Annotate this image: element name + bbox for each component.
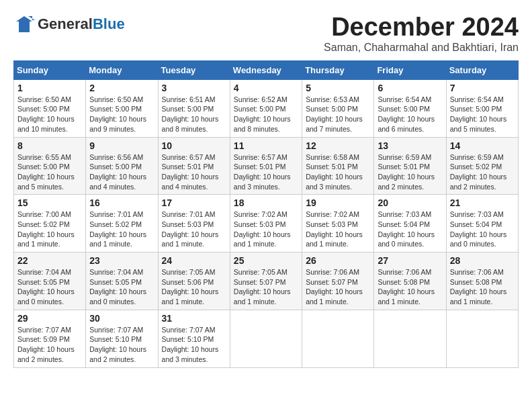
- calendar-cell: 9Sunrise: 6:56 AM Sunset: 5:00 PM Daylig…: [86, 137, 158, 195]
- day-number: 18: [234, 197, 298, 208]
- calendar-cell: 28Sunrise: 7:06 AM Sunset: 5:08 PM Dayli…: [446, 253, 518, 310]
- weekday-header-friday: Friday: [374, 60, 446, 79]
- calendar-cell: 13Sunrise: 6:59 AM Sunset: 5:01 PM Dayli…: [374, 137, 446, 195]
- calendar-cell: 10Sunrise: 6:57 AM Sunset: 5:01 PM Dayli…: [158, 137, 230, 195]
- day-info: Sunrise: 7:00 AM Sunset: 5:02 PM Dayligh…: [17, 210, 82, 249]
- calendar-week-2: 8Sunrise: 6:55 AM Sunset: 5:00 PM Daylig…: [14, 137, 519, 195]
- day-info: Sunrise: 7:02 AM Sunset: 5:03 PM Dayligh…: [234, 210, 298, 249]
- day-info: Sunrise: 6:52 AM Sunset: 5:00 PM Dayligh…: [234, 95, 298, 134]
- logo-text: GeneralBlue: [38, 15, 125, 32]
- weekday-header-monday: Monday: [86, 60, 158, 79]
- day-number: 25: [234, 255, 298, 266]
- day-info: Sunrise: 6:57 AM Sunset: 5:01 PM Dayligh…: [162, 152, 226, 192]
- day-info: Sunrise: 6:55 AM Sunset: 5:00 PM Dayligh…: [17, 152, 82, 192]
- logo: GeneralBlue: [13, 13, 125, 35]
- day-info: Sunrise: 6:53 AM Sunset: 5:00 PM Dayligh…: [306, 95, 370, 134]
- day-info: Sunrise: 6:59 AM Sunset: 5:01 PM Dayligh…: [378, 152, 442, 192]
- calendar-cell: [230, 310, 302, 367]
- day-info: Sunrise: 6:50 AM Sunset: 5:00 PM Dayligh…: [17, 95, 82, 134]
- day-number: 26: [306, 255, 370, 266]
- weekday-header-wednesday: Wednesday: [230, 60, 302, 79]
- day-number: 22: [17, 255, 82, 266]
- svg-marker-0: [16, 16, 32, 32]
- day-number: 5: [306, 83, 370, 93]
- calendar-cell: 4Sunrise: 6:52 AM Sunset: 5:00 PM Daylig…: [230, 79, 302, 137]
- day-info: Sunrise: 6:50 AM Sunset: 5:00 PM Dayligh…: [89, 95, 154, 134]
- calendar-cell: 27Sunrise: 7:06 AM Sunset: 5:08 PM Dayli…: [374, 253, 446, 310]
- day-number: 3: [162, 83, 226, 93]
- day-number: 11: [234, 140, 298, 151]
- day-info: Sunrise: 7:01 AM Sunset: 5:03 PM Dayligh…: [162, 210, 226, 249]
- day-info: Sunrise: 7:01 AM Sunset: 5:02 PM Dayligh…: [89, 210, 154, 249]
- calendar-cell: 16Sunrise: 7:01 AM Sunset: 5:02 PM Dayli…: [86, 195, 158, 253]
- day-number: 31: [162, 313, 226, 324]
- calendar-week-3: 15Sunrise: 7:00 AM Sunset: 5:02 PM Dayli…: [14, 195, 519, 253]
- day-info: Sunrise: 7:07 AM Sunset: 5:10 PM Dayligh…: [162, 325, 226, 365]
- day-number: 27: [378, 255, 442, 266]
- day-number: 14: [450, 140, 515, 151]
- calendar-table: SundayMondayTuesdayWednesdayThursdayFrid…: [13, 60, 519, 368]
- calendar-cell: 26Sunrise: 7:06 AM Sunset: 5:07 PM Dayli…: [302, 253, 374, 310]
- day-info: Sunrise: 7:07 AM Sunset: 5:10 PM Dayligh…: [89, 325, 154, 365]
- day-number: 6: [378, 83, 442, 93]
- calendar-cell: 30Sunrise: 7:07 AM Sunset: 5:10 PM Dayli…: [86, 310, 158, 367]
- calendar-cell: 31Sunrise: 7:07 AM Sunset: 5:10 PM Dayli…: [158, 310, 230, 367]
- calendar-cell: 18Sunrise: 7:02 AM Sunset: 5:03 PM Dayli…: [230, 195, 302, 253]
- calendar-cell: 5Sunrise: 6:53 AM Sunset: 5:00 PM Daylig…: [302, 79, 374, 137]
- day-number: 28: [450, 255, 515, 266]
- day-number: 21: [450, 197, 515, 208]
- calendar-cell: 14Sunrise: 6:59 AM Sunset: 5:02 PM Dayli…: [446, 137, 518, 195]
- calendar-cell: 20Sunrise: 7:03 AM Sunset: 5:04 PM Dayli…: [374, 195, 446, 253]
- day-number: 30: [89, 313, 154, 324]
- calendar-cell: 15Sunrise: 7:00 AM Sunset: 5:02 PM Dayli…: [14, 195, 86, 253]
- month-title: December 2024: [324, 13, 519, 42]
- calendar-week-4: 22Sunrise: 7:04 AM Sunset: 5:05 PM Dayli…: [14, 253, 519, 310]
- calendar-cell: [446, 310, 518, 367]
- day-number: 24: [162, 255, 226, 266]
- day-number: 23: [89, 255, 154, 266]
- day-number: 17: [162, 197, 226, 208]
- day-info: Sunrise: 7:07 AM Sunset: 5:09 PM Dayligh…: [17, 325, 82, 365]
- calendar-cell: 6Sunrise: 6:54 AM Sunset: 5:00 PM Daylig…: [374, 79, 446, 137]
- day-info: Sunrise: 7:06 AM Sunset: 5:07 PM Dayligh…: [306, 267, 370, 307]
- day-number: 16: [89, 197, 154, 208]
- day-info: Sunrise: 6:57 AM Sunset: 5:01 PM Dayligh…: [234, 152, 298, 192]
- location-subtitle: Saman, Chaharmahal and Bakhtiari, Iran: [324, 42, 519, 54]
- title-area: December 2024 Saman, Chaharmahal and Bak…: [324, 13, 519, 54]
- weekday-header-saturday: Saturday: [446, 60, 518, 79]
- day-info: Sunrise: 7:04 AM Sunset: 5:05 PM Dayligh…: [89, 267, 154, 307]
- calendar-cell: 7Sunrise: 6:54 AM Sunset: 5:00 PM Daylig…: [446, 79, 518, 137]
- header: GeneralBlue December 2024 Saman, Chaharm…: [13, 13, 519, 54]
- calendar-cell: 2Sunrise: 6:50 AM Sunset: 5:00 PM Daylig…: [86, 79, 158, 137]
- weekday-header-sunday: Sunday: [14, 60, 86, 79]
- day-number: 9: [89, 140, 154, 151]
- calendar-cell: 3Sunrise: 6:51 AM Sunset: 5:00 PM Daylig…: [158, 79, 230, 137]
- calendar-cell: 25Sunrise: 7:05 AM Sunset: 5:07 PM Dayli…: [230, 253, 302, 310]
- day-info: Sunrise: 6:54 AM Sunset: 5:00 PM Dayligh…: [378, 95, 442, 134]
- calendar-cell: 23Sunrise: 7:04 AM Sunset: 5:05 PM Dayli…: [86, 253, 158, 310]
- calendar-cell: 12Sunrise: 6:58 AM Sunset: 5:01 PM Dayli…: [302, 137, 374, 195]
- day-number: 8: [17, 140, 82, 151]
- day-number: 29: [17, 313, 82, 324]
- calendar-cell: 19Sunrise: 7:02 AM Sunset: 5:03 PM Dayli…: [302, 195, 374, 253]
- calendar-week-1: 1Sunrise: 6:50 AM Sunset: 5:00 PM Daylig…: [14, 79, 519, 137]
- day-info: Sunrise: 7:02 AM Sunset: 5:03 PM Dayligh…: [306, 210, 370, 249]
- day-number: 19: [306, 197, 370, 208]
- calendar-cell: [302, 310, 374, 367]
- day-info: Sunrise: 7:05 AM Sunset: 5:06 PM Dayligh…: [162, 267, 226, 307]
- day-number: 2: [89, 83, 154, 93]
- day-info: Sunrise: 6:58 AM Sunset: 5:01 PM Dayligh…: [306, 152, 370, 192]
- calendar-cell: 17Sunrise: 7:01 AM Sunset: 5:03 PM Dayli…: [158, 195, 230, 253]
- day-info: Sunrise: 6:56 AM Sunset: 5:00 PM Dayligh…: [89, 152, 154, 192]
- weekday-header-tuesday: Tuesday: [158, 60, 230, 79]
- day-info: Sunrise: 6:51 AM Sunset: 5:00 PM Dayligh…: [162, 95, 226, 134]
- day-number: 15: [17, 197, 82, 208]
- day-info: Sunrise: 7:04 AM Sunset: 5:05 PM Dayligh…: [17, 267, 82, 307]
- day-info: Sunrise: 7:05 AM Sunset: 5:07 PM Dayligh…: [234, 267, 298, 307]
- calendar-cell: 11Sunrise: 6:57 AM Sunset: 5:01 PM Dayli…: [230, 137, 302, 195]
- day-number: 10: [162, 140, 226, 151]
- logo-icon: [13, 13, 35, 35]
- weekday-header-thursday: Thursday: [302, 60, 374, 79]
- calendar-week-5: 29Sunrise: 7:07 AM Sunset: 5:09 PM Dayli…: [14, 310, 519, 367]
- calendar-cell: 29Sunrise: 7:07 AM Sunset: 5:09 PM Dayli…: [14, 310, 86, 367]
